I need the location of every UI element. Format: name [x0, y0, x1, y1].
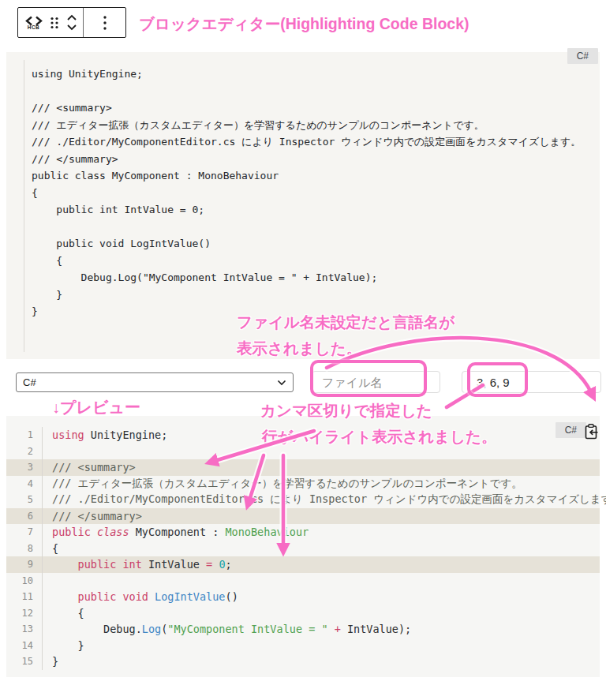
code-line: /// <summary> [43, 461, 136, 474]
line-number: 5 [6, 492, 43, 508]
line-number: 15 [6, 653, 43, 670]
code-line: /// エディター拡張（カスタムエディター）を学習するためのサンプルのコンポーネ… [43, 477, 522, 491]
line-number: 2 [6, 444, 43, 460]
line-number: 7 [6, 524, 43, 541]
code-line-row: 11 public void LogIntValue() [6, 589, 600, 605]
hcb-block-button[interactable]: HCB [24, 16, 43, 30]
code-line: public int IntValue = 0; [43, 558, 232, 571]
language-select-value: C# [23, 376, 277, 388]
move-down-icon[interactable] [66, 24, 77, 31]
code-line-row: 12 { [6, 605, 600, 622]
code-line-row: 8{ [6, 541, 600, 557]
code-line-row: 4/// エディター拡張（カスタムエディター）を学習するためのサンプルのコンポー… [6, 476, 600, 492]
line-number: 11 [6, 589, 43, 605]
code-line-row: 9 public int IntValue = 0; [6, 556, 600, 573]
line-number: 12 [6, 605, 43, 622]
line-number: 13 [6, 621, 43, 638]
code-line: } [43, 655, 58, 668]
preview-block: 1using UnityEngine;23/// <summary>4/// エ… [6, 416, 600, 677]
line-number: 10 [6, 573, 43, 590]
line-number: 3 [6, 459, 43, 476]
code-line-row: 15} [6, 653, 600, 670]
editor-left-rule [24, 60, 24, 352]
chevron-down-icon [277, 380, 286, 386]
line-number: 1 [6, 427, 43, 444]
block-toolbar: HCB [17, 7, 126, 38]
line-number: 9 [6, 556, 43, 573]
code-line: Debug.Log("MyComponent IntValue = " + In… [43, 623, 411, 635]
line-number: 14 [6, 638, 43, 654]
code-line: /// </summary> [43, 510, 142, 522]
drag-dots-icon [49, 16, 60, 30]
move-up-icon[interactable] [66, 14, 77, 21]
note-highlight-line2: 行がハイライト表示されました。 [262, 426, 497, 447]
code-line-row: 6/// </summary> [6, 508, 600, 525]
code-line: using UnityEngine; [43, 429, 167, 441]
editor-code[interactable]: using UnityEngine; /// <summary> /// エディ… [32, 66, 592, 320]
editor-language-badge: C# [567, 48, 598, 64]
copy-clipboard-icon [582, 423, 600, 440]
code-line: { [43, 542, 58, 555]
highlight-lines-input[interactable] [462, 371, 601, 393]
line-number: 4 [6, 476, 43, 492]
filename-input[interactable] [312, 371, 440, 393]
code-line-row: 3/// <summary> [6, 459, 600, 476]
code-line-row: 7public class MyComponent : MonoBehaviou… [6, 524, 600, 541]
line-number: 8 [6, 541, 43, 557]
code-line-row: 14 } [6, 638, 600, 654]
note-filename: ファイル名未設定だと言語名が 表示されました。 [237, 309, 454, 361]
code-line-row: 5/// ./Editor/MyComponentEditor.cs により I… [6, 492, 600, 508]
code-line: { [43, 607, 84, 620]
note-highlight-line1: カンマ区切りで指定した [260, 400, 432, 421]
drag-handle[interactable] [49, 16, 60, 30]
note-filename-line1: ファイル名未設定だと言語名が [237, 309, 454, 335]
kebab-menu-icon [103, 15, 107, 31]
options-menu-button[interactable] [103, 15, 107, 31]
code-line: public void LogIntValue() [43, 590, 238, 603]
code-line: /// ./Editor/MyComponentEditor.cs により In… [43, 492, 606, 507]
code-line: public class MyComponent : MonoBehaviour [43, 526, 309, 538]
language-select[interactable]: C# [16, 372, 294, 392]
preview-label: ↓プレビュー [52, 397, 140, 418]
code-line-row: 10 [6, 573, 600, 590]
block-toolbar-main-group: HCB [18, 8, 84, 37]
preview-code: 1using UnityEngine;23/// <summary>4/// エ… [6, 427, 600, 670]
note-filename-line2: 表示されました。 [237, 335, 454, 361]
code-line: } [43, 639, 84, 652]
line-number: 6 [6, 508, 43, 525]
code-line-row: 13 Debug.Log("MyComponent IntValue = " +… [6, 621, 600, 638]
copy-code-button[interactable] [582, 423, 600, 440]
block-mover [66, 14, 77, 31]
hcb-logo-label: HCB [28, 25, 40, 30]
page-title: ブロックエディター(Highlighting Code Block) [139, 13, 469, 35]
